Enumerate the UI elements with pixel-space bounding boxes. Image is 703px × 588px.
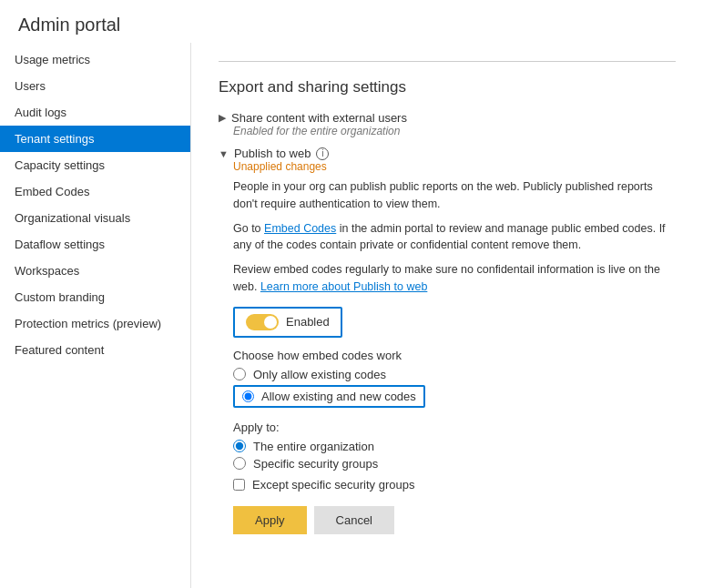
toggle-thumb xyxy=(264,316,277,329)
toggle-box: Enabled xyxy=(233,307,342,338)
learn-more-link[interactable]: Learn more about Publish to web xyxy=(260,280,427,293)
radio-allow-new-label: Allow existing and new codes xyxy=(261,390,416,403)
cancel-button[interactable]: Cancel xyxy=(314,506,394,534)
radio-only-existing-input[interactable] xyxy=(233,368,246,380)
publish-web-warning: Unapplied changes xyxy=(233,160,676,173)
button-row: Apply Cancel xyxy=(233,506,676,534)
except-checkbox-row[interactable]: Except specific security groups xyxy=(233,478,676,492)
desc2-prefix: Go to xyxy=(233,222,264,235)
enabled-toggle[interactable] xyxy=(246,314,279,330)
publish-web-arrow: ▼ xyxy=(219,148,229,159)
section-divider xyxy=(219,61,676,62)
sidebar: Usage metrics Users Audit logs Tenant se… xyxy=(0,43,191,588)
publish-web-setting: ▼ Publish to web i Unapplied changes Peo… xyxy=(219,147,676,534)
sidebar-item-protection-metrics[interactable]: Protection metrics (preview) xyxy=(0,310,190,337)
radio-specific-groups-label: Specific security groups xyxy=(253,457,378,471)
embed-codes-link[interactable]: Embed Codes xyxy=(264,222,336,235)
sidebar-item-capacity-settings[interactable]: Capacity settings xyxy=(0,152,190,178)
section-title: Export and sharing settings xyxy=(219,78,676,96)
publish-web-desc3: Review embed codes regularly to make sur… xyxy=(233,261,676,296)
info-icon[interactable]: i xyxy=(316,147,329,160)
sidebar-item-tenant-settings[interactable]: Tenant settings xyxy=(0,126,190,152)
radio-only-existing[interactable]: Only allow existing codes xyxy=(233,368,676,381)
radio-specific-groups[interactable]: Specific security groups xyxy=(233,457,676,471)
radio-allow-new-input[interactable] xyxy=(242,390,254,402)
sidebar-item-embed-codes[interactable]: Embed Codes xyxy=(0,178,190,205)
sidebar-item-workspaces[interactable]: Workspaces xyxy=(0,258,190,284)
radio-allow-new-wrapper: Allow existing and new codes xyxy=(233,385,425,408)
sidebar-item-featured-content[interactable]: Featured content xyxy=(0,337,190,363)
radio-entire-org-label: The entire organization xyxy=(253,440,374,453)
except-label: Except specific security groups xyxy=(252,478,414,492)
publish-web-expanded: People in your org can publish public re… xyxy=(233,178,676,534)
sidebar-item-dataflow-settings[interactable]: Dataflow settings xyxy=(0,231,190,258)
radio-entire-org-input[interactable] xyxy=(233,440,246,452)
sidebar-item-users[interactable]: Users xyxy=(0,73,190,99)
toggle-label: Enabled xyxy=(286,315,330,329)
publish-web-header[interactable]: ▼ Publish to web i xyxy=(219,147,676,160)
main-content: Export and sharing settings ▶ Share cont… xyxy=(191,43,703,588)
embed-codes-radio-group: Choose how embed codes work Only allow e… xyxy=(233,349,676,411)
sidebar-item-audit-logs[interactable]: Audit logs xyxy=(0,99,190,126)
share-content-setting: ▶ Share content with external users Enab… xyxy=(219,111,676,137)
radio-group-label: Choose how embed codes work xyxy=(233,349,676,362)
apply-button[interactable]: Apply xyxy=(233,506,307,534)
share-content-subtext: Enabled for the entire organization xyxy=(233,125,676,137)
publish-web-label: Publish to web xyxy=(234,147,311,160)
radio-only-existing-label: Only allow existing codes xyxy=(253,368,386,381)
share-content-label: Share content with external users xyxy=(231,111,407,125)
share-content-header[interactable]: ▶ Share content with external users xyxy=(219,111,676,125)
sidebar-item-custom-branding[interactable]: Custom branding xyxy=(0,284,190,310)
radio-specific-groups-input[interactable] xyxy=(233,457,246,470)
radio-entire-org[interactable]: The entire organization xyxy=(233,440,676,453)
publish-web-desc1: People in your org can publish public re… xyxy=(233,178,676,213)
sidebar-item-usage-metrics[interactable]: Usage metrics xyxy=(0,46,190,73)
admin-portal-title: Admin portal xyxy=(18,15,685,35)
except-checkbox-input[interactable] xyxy=(233,479,245,491)
share-content-arrow: ▶ xyxy=(219,112,226,124)
apply-to-label: Apply to: xyxy=(233,421,676,434)
publish-web-desc2: Go to Embed Codes in the admin portal to… xyxy=(233,220,676,255)
sidebar-item-org-visuals[interactable]: Organizational visuals xyxy=(0,205,190,231)
